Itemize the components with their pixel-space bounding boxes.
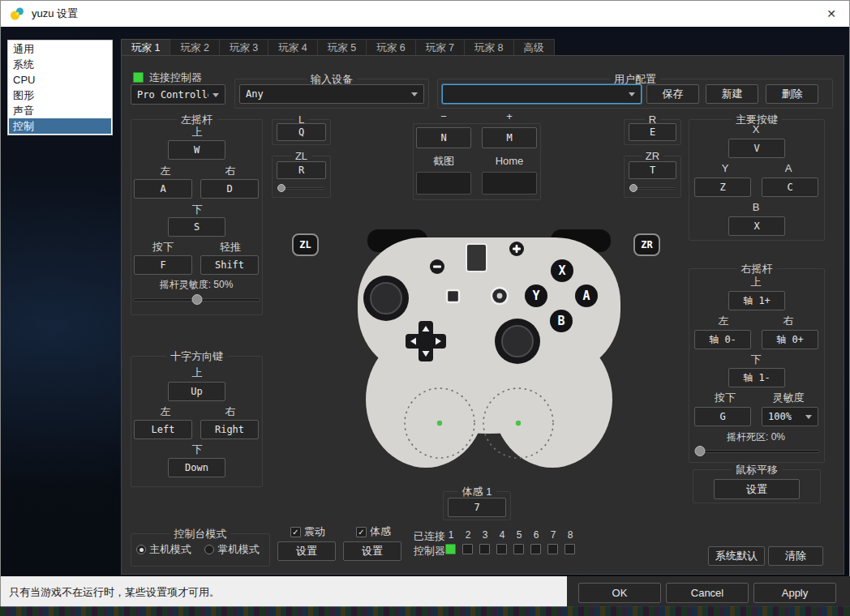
dpad-up-button[interactable]: Up (168, 382, 225, 401)
right-stick-deadzone-slider-handle[interactable] (695, 446, 706, 456)
right-stick-down-button[interactable]: 轴 1- (728, 368, 785, 387)
zr-threshold-slider[interactable] (629, 184, 676, 193)
dpad-left-button[interactable]: Left (134, 420, 192, 439)
right-stick-deadzone-slider[interactable] (695, 446, 820, 457)
connected-controller-checkbox-8[interactable] (565, 544, 575, 554)
clear-button[interactable]: 清除 (768, 546, 823, 566)
connected-controller-checkbox-1[interactable] (445, 544, 456, 554)
r-button[interactable]: E (629, 123, 676, 141)
profile-new-button[interactable]: 新建 (706, 84, 758, 104)
connected-controller-checkbox-7[interactable] (547, 544, 558, 554)
right-stick-press-label: 按下 (715, 392, 736, 404)
home-mapping-button[interactable] (482, 172, 537, 195)
left-stick-down-button[interactable]: S (168, 217, 225, 237)
zr-threshold-slider-handle[interactable] (629, 184, 638, 192)
dpad-right-button[interactable]: Right (200, 420, 259, 439)
chevron-down-icon (629, 92, 635, 96)
tab-player-6[interactable]: 玩家 6 (366, 39, 414, 56)
left-stick-press-button[interactable]: F (134, 255, 192, 275)
docked-mode-radio[interactable] (136, 545, 146, 554)
left-stick-press-label: 按下 (152, 242, 174, 253)
sidebar-item-cpu[interactable]: CPU (9, 72, 111, 88)
restore-defaults-button[interactable]: 系统默认 (708, 546, 765, 566)
mouse-panning-settings-button[interactable]: 设置 (714, 479, 800, 499)
left-stick-down-label: 下 (192, 204, 203, 216)
capture-mapping-button[interactable] (416, 172, 471, 195)
face-a-button[interactable]: C (762, 178, 818, 197)
home-button-icon (492, 288, 508, 304)
left-stick-range-slider-handle[interactable] (191, 294, 202, 305)
right-stick-left-button[interactable]: 轴 0- (694, 330, 751, 349)
tab-player-4[interactable]: 玩家 4 (268, 39, 316, 56)
input-device-select[interactable]: Any (239, 84, 424, 104)
controller-type-select[interactable]: Pro Controller (131, 84, 225, 105)
connected-label-line2: 控制器 (414, 545, 445, 557)
connect-controller-checkbox[interactable] (133, 72, 144, 83)
dpad-down-button[interactable]: Down (168, 458, 225, 477)
tab-player-5[interactable]: 玩家 5 (317, 39, 366, 56)
right-stick-right-button[interactable]: 轴 0+ (762, 330, 818, 349)
y-button-glyph: Y (532, 289, 539, 303)
sidebar-item-graphics[interactable]: 图形 (9, 88, 111, 103)
apply-button[interactable]: Apply (753, 583, 836, 603)
sidebar-item-general[interactable]: 通用 (9, 41, 111, 57)
category-list: 通用 系统 CPU 图形 声音 控制 (7, 40, 113, 135)
motion-settings-button[interactable]: 设置 (343, 541, 401, 561)
plus-mapping-button[interactable]: M (482, 127, 537, 148)
face-y-button[interactable]: Z (694, 178, 751, 197)
l-button[interactable]: Q (277, 123, 326, 141)
player-tabs: 玩家 1 玩家 2 玩家 3 玩家 4 玩家 5 玩家 6 玩家 7 玩家 8 … (121, 39, 555, 56)
zl-threshold-slider[interactable] (277, 184, 325, 193)
sidebar-item-controls[interactable]: 控制 (9, 118, 111, 134)
close-icon[interactable]: ✕ (814, 1, 849, 27)
left-stick-up-button[interactable]: W (168, 140, 225, 160)
tab-player-1[interactable]: 玩家 1 (121, 39, 170, 56)
connected-controller-checkbox-4[interactable] (496, 544, 507, 554)
tab-player-7[interactable]: 玩家 7 (415, 39, 464, 56)
usb-connector (466, 244, 487, 272)
minus-mapping-button[interactable]: N (416, 127, 471, 148)
handheld-mode-radio[interactable] (204, 545, 214, 554)
face-x-button[interactable]: V (728, 139, 785, 158)
capture-button-icon (447, 290, 459, 302)
sidebar-item-system[interactable]: 系统 (9, 57, 111, 72)
cancel-button[interactable]: Cancel (666, 583, 749, 603)
right-stick-press-button[interactable]: G (694, 407, 751, 426)
vibration-settings-button[interactable]: 设置 (277, 541, 336, 561)
profile-select[interactable] (442, 84, 642, 104)
connected-controller-checkbox-2[interactable] (462, 544, 473, 554)
motion-checkbox[interactable]: ✓ (356, 527, 367, 537)
zl-button[interactable]: R (277, 161, 326, 179)
connect-controller-label: 连接控制器 (149, 72, 202, 83)
left-stick-left-button[interactable]: A (134, 179, 192, 199)
ok-button[interactable]: OK (578, 583, 661, 603)
right-stick-up-button[interactable]: 轴 1+ (728, 291, 785, 310)
motion-1-button[interactable]: 7 (448, 498, 506, 517)
tab-player-8[interactable]: 玩家 8 (464, 39, 513, 56)
connected-controller-checkbox-5[interactable] (513, 544, 524, 554)
face-b-button[interactable]: X (728, 216, 785, 236)
right-stick-sensitivity-select[interactable]: 100% (762, 407, 818, 426)
profile-save-button[interactable]: 保存 (646, 84, 699, 104)
sidebar-item-audio[interactable]: 声音 (9, 103, 111, 118)
left-stick-modifier-button[interactable]: Shift (200, 255, 259, 275)
chevron-down-icon (212, 93, 219, 97)
left-stick-up-label: 上 (192, 126, 203, 138)
left-stick-icon (363, 276, 409, 321)
tab-advanced[interactable]: 高级 (513, 39, 555, 56)
profile-delete-button[interactable]: 删除 (766, 84, 818, 104)
left-stick-range-slider[interactable] (133, 294, 260, 306)
zr-button[interactable]: T (629, 161, 676, 179)
vibration-checkbox[interactable]: ✓ (290, 527, 301, 537)
check-icon: ✓ (358, 528, 364, 537)
plus-button-icon (509, 242, 524, 256)
zl-threshold-slider-handle[interactable] (277, 184, 285, 192)
connected-controller-checkbox-6[interactable] (530, 544, 541, 554)
tab-player-2[interactable]: 玩家 2 (170, 39, 218, 56)
tab-player-3[interactable]: 玩家 3 (219, 39, 268, 56)
left-stick-right-button[interactable]: D (200, 179, 259, 199)
connected-controller-checkbox-3[interactable] (479, 544, 490, 554)
right-stick-up-label: 上 (751, 276, 762, 288)
screen: yuzu 设置 ✕ 通用 系统 CPU 图形 声音 控制 玩家 1 玩家 2 玩… (0, 0, 850, 616)
controller-number-4: 4 (500, 529, 505, 541)
